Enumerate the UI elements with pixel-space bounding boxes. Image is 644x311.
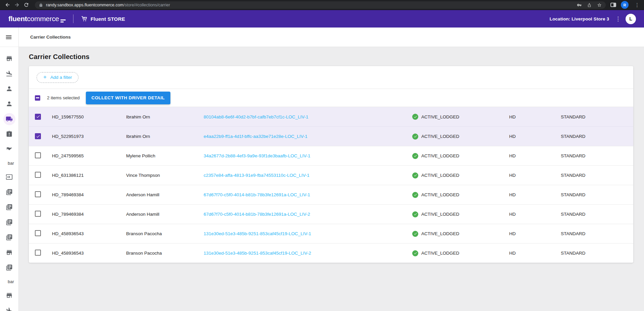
- arrow-received-icon: [6, 146, 13, 153]
- logo-text-primary: fluent: [8, 15, 27, 23]
- row-checkbox[interactable]: [35, 250, 41, 256]
- collection-id: HD_789469384: [52, 192, 126, 197]
- storefront-icon: [6, 292, 13, 299]
- person-icon: [6, 100, 13, 107]
- sidebar-item-library-books[interactable]: [0, 215, 19, 230]
- storefront-icon: [6, 249, 13, 256]
- address-bar[interactable]: randy.sandbox.apps.fluentcommerce.com/st…: [35, 1, 606, 9]
- check-circle-icon: [412, 231, 418, 237]
- delivery-type: HD: [508, 134, 561, 139]
- row-checkbox[interactable]: [35, 152, 41, 158]
- reference-link[interactable]: 80104ab8-6e6f-40d2-b7bf-cafb7eb7cf1c-LOC…: [204, 114, 308, 119]
- library-books-icon: [6, 264, 13, 271]
- sidebar-item-truck[interactable]: [0, 111, 19, 126]
- browser-menu-icon[interactable]: ⋮: [633, 2, 641, 7]
- sidebar-item-arrow-received[interactable]: [0, 142, 19, 157]
- reference-link[interactable]: 34a2677d-2b88-4ef3-9a9e-93f1de3baafb-LOC…: [204, 153, 310, 158]
- sidebar-item-person[interactable]: [0, 81, 19, 96]
- back-icon[interactable]: [3, 1, 12, 9]
- check-circle-icon: [412, 172, 418, 178]
- side-panel-icon[interactable]: [610, 3, 616, 7]
- menu-hamburger-icon[interactable]: [4, 33, 13, 42]
- browser-toolbar: randy.sandbox.apps.fluentcommerce.com/st…: [0, 0, 644, 10]
- cart-icon: [81, 15, 88, 22]
- sidebar-item-flight[interactable]: [0, 303, 19, 311]
- collect-with-driver-detail-button[interactable]: COLLECT WITH DRIVER DETAIL: [86, 92, 171, 104]
- status-badge: ACTIVE_LODGED: [421, 231, 459, 236]
- header-divider: [73, 14, 73, 23]
- check-circle-icon: [412, 114, 418, 120]
- sidebar-item-storefront[interactable]: [0, 51, 19, 66]
- delivery-type: HD: [508, 114, 561, 119]
- status-badge: ACTIVE_LODGED: [421, 192, 459, 197]
- driver-name: Vince Thompson: [126, 173, 204, 178]
- sidebar-item-library-books[interactable]: [0, 230, 19, 245]
- filter-section: + Add a filter: [29, 66, 633, 89]
- table-row: HD_458936543 Branson Pacocha 131e30ed-51…: [29, 243, 633, 263]
- share-icon[interactable]: [587, 3, 592, 7]
- reload-icon[interactable]: [21, 1, 31, 9]
- status-badge: ACTIVE_LODGED: [421, 153, 459, 158]
- clipboard-alert-icon: [6, 131, 13, 138]
- reference-link[interactable]: 67d67f70-c5f0-4014-b81b-78b3fe12691a-LOC…: [204, 192, 310, 197]
- browser-profile-avatar[interactable]: R: [621, 1, 629, 9]
- row-checkbox[interactable]: [35, 114, 41, 120]
- reference-link[interactable]: 67d67f70-c5f0-4014-b81b-78b3fe12691a-LOC…: [204, 212, 310, 217]
- sidebar-item-library-books[interactable]: [0, 260, 19, 275]
- row-checkbox[interactable]: [35, 230, 41, 236]
- sidebar-item-input[interactable]: [0, 169, 19, 185]
- collection-id: HD_789469384: [52, 212, 126, 217]
- sidebar-item-flight[interactable]: [0, 66, 19, 81]
- screen: randy.sandbox.apps.fluentcommerce.com/st…: [0, 0, 644, 311]
- add-filter-button[interactable]: + Add a filter: [37, 72, 78, 83]
- service-type: STANDARD: [561, 192, 633, 197]
- check-circle-icon: [412, 153, 418, 159]
- sidebar-section-label: bar: [4, 157, 14, 169]
- check-circle-icon: [412, 211, 418, 217]
- reference-link[interactable]: 131e30ed-51e3-485b-9251-853caf45cf19-LOC…: [204, 231, 311, 236]
- row-checkbox[interactable]: [35, 211, 41, 217]
- driver-name: Anderson Hamill: [126, 212, 204, 217]
- service-type: STANDARD: [561, 212, 633, 217]
- library-books-icon: [6, 189, 13, 196]
- library-books-icon: [6, 204, 13, 211]
- password-key-icon[interactable]: [577, 3, 582, 7]
- user-avatar[interactable]: L: [626, 14, 636, 24]
- select-all-checkbox[interactable]: [35, 95, 40, 101]
- bookmark-star-icon[interactable]: [597, 3, 602, 7]
- service-type: STANDARD: [561, 251, 633, 256]
- service-type: STANDARD: [561, 231, 633, 236]
- selection-toolbar: 2 items selected COLLECT WITH DRIVER DET…: [29, 89, 633, 107]
- status-badge: ACTIVE_LODGED: [421, 134, 459, 139]
- collection-id: HD_247599565: [52, 153, 126, 158]
- table-row: HD_159677550 Ibrahim Orn 80104ab8-6e6f-4…: [29, 107, 633, 126]
- person-icon: [6, 85, 13, 92]
- row-checkbox[interactable]: [35, 191, 41, 197]
- forward-icon[interactable]: [12, 1, 21, 9]
- flight-icon: [6, 70, 13, 77]
- reference-link[interactable]: c2357e84-affa-4813-91e9-fba74553110c-LOC…: [204, 173, 310, 178]
- reference-link[interactable]: 131e30ed-51e3-485b-9251-853caf45cf19-LOC…: [204, 251, 311, 256]
- main-content: Carrier Collections Carrier Collections …: [19, 28, 644, 311]
- collection-id: HD_159677550: [52, 114, 126, 119]
- row-checkbox[interactable]: [35, 172, 41, 178]
- driver-name: Anderson Hamill: [126, 192, 204, 197]
- sidebar-item-library-books[interactable]: [0, 185, 19, 200]
- service-type: STANDARD: [561, 114, 633, 119]
- driver-name: Branson Pacocha: [126, 231, 204, 236]
- breadcrumb-bar: Carrier Collections: [19, 28, 644, 47]
- sidebar-item-person[interactable]: [0, 96, 19, 111]
- sidebar-item-library-books[interactable]: [0, 200, 19, 215]
- header-menu-icon[interactable]: ⋮: [615, 16, 621, 22]
- sidebar-item-clipboard-alert[interactable]: [0, 126, 19, 142]
- sidebar-item-storefront[interactable]: [0, 288, 19, 303]
- delivery-type: HD: [508, 251, 561, 256]
- row-checkbox[interactable]: [35, 133, 41, 139]
- reference-link[interactable]: e4aa22b9-ff1a-4d1f-bffc-aa32be71e28e-LOC…: [204, 134, 308, 139]
- delivery-type: HD: [508, 173, 561, 178]
- sidebar-item-storefront[interactable]: [0, 245, 19, 260]
- collection-id: HD_458936543: [52, 251, 126, 256]
- driver-name: Mylene Pollich: [126, 153, 204, 158]
- app-header: fluentcommerce Fluent STORE Location: Li…: [0, 10, 644, 28]
- check-circle-icon: [412, 192, 418, 198]
